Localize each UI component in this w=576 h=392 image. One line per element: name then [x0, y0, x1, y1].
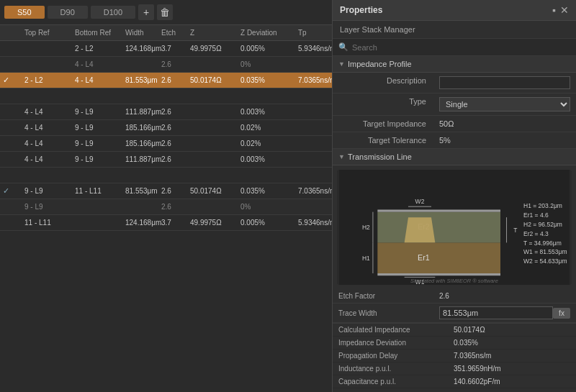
cell-check: ✓ [0, 74, 22, 86]
table-row[interactable]: 2 - L2 124.168μm 3.7 49.9975Ω 0.005% 5.9… [0, 41, 332, 57]
col-zdev: Z Deviation [238, 27, 295, 38]
cell-bottom: 2 - L2 [72, 43, 122, 54]
search-icon: 🔍 [338, 42, 348, 52]
description-input[interactable] [439, 76, 570, 89]
etch-factor-row: Etch Factor 2.6 [333, 289, 576, 304]
tab-s50[interactable]: S50 [4, 6, 45, 19]
cell-z [187, 63, 238, 66]
col-check [0, 27, 22, 38]
cell-zdev: 0.003% [238, 106, 295, 117]
cell-z: 50.0174Ω [187, 75, 238, 86]
cell-top [22, 63, 72, 66]
impedance-section-header[interactable]: ▼ Impedance Profile [333, 56, 576, 73]
svg-text:W2: W2 [415, 198, 425, 205]
table-row[interactable]: 4 - L4 9 - L9 185.166μm 2.6 0.02% [0, 120, 332, 136]
cell-bottom: 9 - L9 [72, 154, 122, 165]
table-body: 2 - L2 124.168μm 3.7 49.9975Ω 0.005% 5.9… [0, 41, 332, 392]
svg-text:H1: H1 [362, 255, 370, 262]
cell-check [0, 222, 22, 224]
cell-z: 50.0174Ω [187, 186, 238, 196]
table-row[interactable]: 4 - L4 9 - L9 111.887μm 2.6 0.003% [0, 152, 332, 168]
cell-z: 49.9975Ω [187, 43, 238, 54]
cell-z [187, 142, 238, 145]
cell-zdev: 0.02% [238, 138, 295, 149]
pin-icon[interactable]: ▪ [552, 4, 556, 16]
trace-width-row: Trace Width fx [333, 304, 576, 323]
calc-delay-value: 7.0365ns/m [454, 352, 570, 360]
tab-d100[interactable]: D100 [91, 6, 135, 19]
svg-rect-7 [377, 273, 500, 275]
cell-etch: 3.7 [158, 217, 187, 228]
cell-check [0, 111, 22, 114]
calc-impedance-label: Calculated Impedance [338, 326, 454, 334]
cell-bottom: 9 - L9 [72, 106, 122, 117]
col-z: Z [187, 27, 238, 38]
calc-row: Calculated Impedance 50.0174Ω [333, 324, 576, 337]
cell-z [187, 111, 238, 114]
add-tab-button[interactable]: + [138, 4, 154, 20]
svg-text:T: T [513, 227, 517, 234]
calc-delay-label: Propagation Delay [338, 352, 454, 360]
calc-deviation-value: 0.035% [454, 339, 570, 347]
cell-bottom [72, 206, 122, 209]
target-impedance-label: Target Impedance [333, 116, 433, 132]
svg-text:H2: H2 [362, 224, 370, 231]
svg-text:Er1 = 4.6: Er1 = 4.6 [523, 211, 549, 219]
table-row[interactable]: ✓ 9 - L9 11 - L11 81.553μm 2.6 50.0174Ω … [0, 183, 332, 199]
cell-z: 49.9975Ω [187, 217, 238, 228]
type-select[interactable]: Single Differential Coplanar [439, 97, 570, 111]
calc-impedance-value: 50.0174Ω [454, 326, 570, 334]
cell-width: 111.887μm [122, 154, 158, 165]
cell-tp [295, 158, 332, 161]
transmission-section-header[interactable]: ▼ Transmission Line [333, 149, 576, 165]
delete-tab-button[interactable]: 🗑 [157, 4, 173, 20]
tab-bar: S50 D90 D100 + 🗑 [0, 0, 332, 25]
tab-d90[interactable]: D90 [48, 6, 88, 19]
search-input[interactable] [352, 43, 570, 52]
right-panel: Properties ▪ ✕ Layer Stack Manager 🔍 ▼ I… [333, 0, 576, 392]
table-header: Top Ref Bottom Ref Width Etch Z Z Deviat… [0, 25, 332, 41]
calc-deviation-label: Impedance Deviation [338, 339, 454, 347]
table-row[interactable]: 4 - L4 9 - L9 185.166μm 2.6 0.02% [0, 136, 332, 152]
type-label: Type [333, 94, 433, 116]
col-tp: Tp [295, 27, 338, 38]
table-row[interactable] [0, 88, 332, 104]
trace-width-input[interactable] [439, 306, 553, 319]
table-row[interactable]: 11 - L11 124.168μm 3.7 49.9975Ω 0.005% 5… [0, 215, 332, 231]
cell-z [187, 158, 238, 161]
calculated-properties: Calculated Impedance 50.0174Ω Impedance … [333, 323, 576, 388]
table-row[interactable]: 9 - L9 2.6 0% [0, 199, 332, 215]
cell-zdev: 0% [238, 59, 295, 70]
cell-tp: 5.9346ns/m [295, 43, 332, 54]
table-row[interactable]: ✓ 2 - L2 4 - L4 81.553μm 2.6 50.0174Ω 0.… [0, 73, 332, 88]
cell-width: 124.168μm [122, 43, 158, 54]
svg-text:Simulated with SIM8EOR ® softw: Simulated with SIM8EOR ® software [410, 278, 498, 284]
cell-zdev: 0.035% [238, 75, 295, 86]
svg-marker-5 [405, 217, 436, 242]
col-etch: Etch [158, 27, 187, 38]
cell-bottom: 9 - L9 [72, 122, 122, 133]
col-top-ref: Top Ref [22, 27, 72, 38]
cell-top [22, 47, 72, 50]
cell-etch: 2.6 [158, 154, 187, 165]
cell-z [187, 206, 238, 209]
fx-button[interactable]: fx [553, 308, 570, 319]
cell-check [0, 158, 22, 161]
cell-etch: 2.6 [158, 186, 187, 196]
cell-etch: 2.6 [158, 59, 187, 70]
cell-etch: 2.6 [158, 138, 187, 149]
calc-row: Inductance p.u.l. 351.9659nH/m [333, 363, 576, 375]
cell-width: 111.887μm [122, 106, 158, 117]
cell-zdev: 0.005% [238, 43, 295, 54]
cell-zdev: 0.005% [238, 217, 295, 228]
cell-zdev: 0.02% [238, 122, 295, 133]
cell-zdev: 0% [238, 201, 295, 212]
table-row[interactable]: 4 - L4 9 - L9 111.887μm 2.6 0.003% [0, 104, 332, 120]
table-row[interactable] [0, 168, 332, 183]
cell-check [0, 47, 22, 50]
table-row[interactable]: 4 - L4 2.6 0% [0, 57, 332, 73]
cell-top: 4 - L4 [22, 154, 72, 165]
close-icon[interactable]: ✕ [560, 4, 569, 16]
calc-inductance-label: Inductance p.u.l. [338, 365, 454, 373]
svg-text:W1 = 81.553μm: W1 = 81.553μm [523, 248, 567, 255]
